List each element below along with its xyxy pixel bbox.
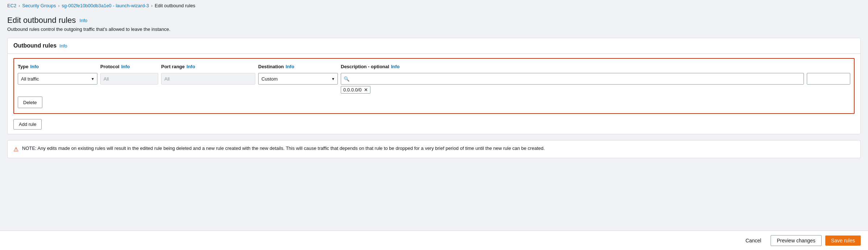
description-cell	[807, 73, 850, 85]
rules-header-row: Type Info Protocol Info Port range Info	[18, 62, 850, 71]
col-header-destination: Destination Info	[258, 64, 338, 69]
rules-table: Type Info Protocol Info Port range Info	[13, 58, 855, 114]
note-text: NOTE: Any edits made on existing rules w…	[22, 146, 545, 151]
breadcrumb: EC2 › Security Groups › sg-002fe10b00db3…	[0, 0, 868, 11]
description-input[interactable]	[807, 73, 850, 85]
destination-cell: Custom Anywhere-IPv4 Anywhere-IPv6 My IP…	[258, 73, 338, 85]
destination-search-input[interactable]	[341, 73, 804, 85]
page-title: Edit outbound rules	[7, 16, 76, 25]
delete-button[interactable]: Delete	[18, 97, 42, 108]
protocol-input	[100, 73, 158, 85]
breadcrumb-sg[interactable]: sg-002fe10b00db3a1e0 - launch-wizard-3	[62, 3, 149, 8]
tag-pill: 0.0.0.0/0 ✕	[341, 86, 370, 94]
col-info-protocol[interactable]: Info	[121, 64, 130, 69]
breadcrumb-current: Edit outbound rules	[155, 3, 195, 8]
add-rule-button[interactable]: Add rule	[13, 119, 42, 130]
col-header-action	[807, 64, 850, 69]
note-box: ⚠ NOTE: Any edits made on existing rules…	[7, 140, 861, 158]
destination-select[interactable]: Custom Anywhere-IPv4 Anywhere-IPv6 My IP	[258, 73, 338, 85]
section-header: Outbound rules Info	[8, 38, 860, 54]
preview-changes-button[interactable]: Preview changes	[771, 235, 822, 246]
breadcrumb-ec2[interactable]: EC2	[7, 3, 16, 8]
section-title: Outbound rules	[13, 42, 56, 49]
protocol-cell	[100, 73, 158, 85]
destination-search-cell: 🔍 0.0.0.0/0 ✕	[341, 73, 804, 94]
section-info-link[interactable]: Info	[59, 43, 67, 49]
port-range-input	[161, 73, 255, 85]
warning-icon: ⚠	[13, 146, 18, 153]
page-info-link[interactable]: Info	[80, 18, 88, 23]
col-info-destination[interactable]: Info	[286, 64, 294, 69]
col-info-type[interactable]: Info	[30, 64, 39, 69]
col-info-description[interactable]: Info	[391, 64, 400, 69]
breadcrumb-sep-3: ›	[151, 3, 152, 8]
delete-cell: Delete	[18, 97, 97, 108]
port-range-cell	[161, 73, 255, 85]
page-subtitle: Outbound rules control the outgoing traf…	[7, 26, 861, 32]
breadcrumb-sep-2: ›	[58, 3, 60, 8]
type-cell: All traffic Custom TCP Custom UDP All TC…	[18, 73, 97, 85]
tag-value: 0.0.0.0/0	[343, 87, 362, 93]
section-body: Type Info Protocol Info Port range Info	[8, 54, 860, 134]
footer: Cancel Preview changes Save rules	[0, 230, 868, 250]
col-header-type: Type Info	[18, 64, 97, 69]
col-header-description: Description - optional Info	[341, 64, 804, 69]
save-rules-button[interactable]: Save rules	[825, 235, 861, 246]
cancel-button[interactable]: Cancel	[740, 235, 767, 246]
outbound-rules-section: Outbound rules Info Type Info Protocol I…	[7, 38, 861, 134]
table-row: All traffic Custom TCP Custom UDP All TC…	[18, 71, 850, 110]
tag-area: 0.0.0.0/0 ✕	[341, 86, 804, 94]
col-header-protocol: Protocol Info	[100, 64, 158, 69]
breadcrumb-security-groups[interactable]: Security Groups	[22, 3, 56, 8]
tag-remove-button[interactable]: ✕	[364, 87, 368, 92]
col-info-port[interactable]: Info	[186, 64, 195, 69]
col-header-port: Port range Info	[161, 64, 255, 69]
type-select[interactable]: All traffic Custom TCP Custom UDP All TC…	[18, 73, 97, 85]
breadcrumb-sep-1: ›	[18, 3, 20, 8]
